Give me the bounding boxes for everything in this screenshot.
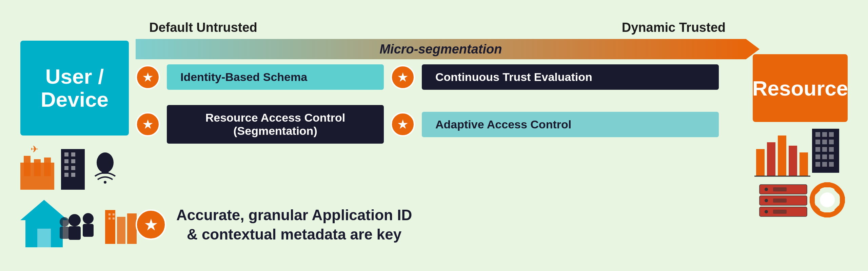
svg-rect-37 bbox=[800, 152, 808, 176]
bar-chart-icon bbox=[754, 136, 810, 176]
svg-rect-7 bbox=[71, 152, 75, 157]
svg-rect-6 bbox=[64, 152, 68, 157]
bottom-text: Accurate, granular Application ID& conte… bbox=[176, 205, 412, 244]
resource-label: Resource bbox=[752, 76, 848, 100]
svg-rect-31 bbox=[108, 217, 111, 220]
left-icons-group: ✈ bbox=[20, 142, 149, 251]
city-buildings-icon bbox=[105, 210, 137, 244]
main-container: User / Device Resource Default Untrusted… bbox=[0, 0, 868, 271]
right-icons-svg bbox=[753, 129, 848, 224]
svg-rect-19 bbox=[37, 229, 51, 247]
svg-point-20 bbox=[68, 214, 81, 226]
svg-rect-62 bbox=[815, 140, 820, 144]
svg-rect-10 bbox=[64, 166, 68, 170]
svg-rect-73 bbox=[829, 162, 834, 167]
star-badge-2: ★ bbox=[391, 65, 415, 89]
resource-box: Resource bbox=[753, 54, 848, 122]
identity-text: Identity-Based Schema bbox=[180, 70, 370, 84]
label-dynamic-trusted: Dynamic Trusted bbox=[622, 20, 726, 35]
svg-rect-35 bbox=[778, 136, 786, 176]
svg-rect-72 bbox=[822, 162, 827, 167]
svg-point-40 bbox=[765, 188, 768, 191]
factory-icon: ✈ bbox=[20, 144, 54, 190]
svg-rect-70 bbox=[829, 154, 834, 159]
svg-rect-64 bbox=[829, 140, 834, 144]
building-right-icon bbox=[812, 129, 839, 173]
svg-rect-32 bbox=[113, 217, 115, 220]
svg-rect-36 bbox=[789, 146, 797, 176]
gear-icon bbox=[810, 182, 845, 217]
people-icon bbox=[60, 213, 94, 240]
star-icon-3: ★ bbox=[142, 117, 154, 132]
star-badge-4: ★ bbox=[391, 112, 415, 137]
svg-rect-33 bbox=[756, 149, 765, 176]
svg-rect-68 bbox=[815, 154, 820, 159]
svg-rect-47 bbox=[773, 210, 787, 214]
user-device-box: User / Device bbox=[20, 41, 129, 136]
svg-rect-65 bbox=[815, 147, 820, 152]
svg-point-16 bbox=[104, 181, 106, 184]
svg-marker-17 bbox=[20, 200, 68, 220]
star-badge-3: ★ bbox=[136, 112, 160, 137]
svg-rect-71 bbox=[815, 162, 820, 167]
svg-rect-52 bbox=[810, 196, 815, 203]
svg-rect-44 bbox=[773, 199, 787, 203]
svg-rect-2 bbox=[34, 159, 41, 176]
rac-box: Resource Access Control(Segmentation) bbox=[167, 105, 384, 144]
user-device-label: User / Device bbox=[20, 65, 129, 111]
svg-rect-11 bbox=[71, 166, 75, 170]
svg-rect-1 bbox=[24, 156, 31, 176]
svg-rect-8 bbox=[64, 159, 68, 163]
trust-text: Continuous Trust Evaluation bbox=[435, 70, 705, 84]
star-icon-1: ★ bbox=[142, 70, 154, 85]
trust-box: Continuous Trust Evaluation bbox=[422, 64, 719, 90]
svg-point-49 bbox=[820, 192, 835, 207]
label-default-untrusted: Default Untrusted bbox=[149, 20, 257, 35]
svg-rect-21 bbox=[68, 226, 81, 240]
identity-box: Identity-Based Schema bbox=[167, 64, 384, 90]
svg-point-22 bbox=[83, 213, 94, 224]
adaptive-box: Adaptive Access Control bbox=[422, 112, 719, 137]
svg-rect-9 bbox=[71, 159, 75, 163]
adaptive-text: Adaptive Access Control bbox=[435, 118, 705, 131]
svg-rect-63 bbox=[822, 140, 827, 144]
svg-rect-23 bbox=[83, 224, 94, 237]
svg-rect-27 bbox=[117, 217, 125, 244]
star-icon-bottom: ★ bbox=[144, 215, 158, 234]
right-icons-group bbox=[753, 129, 848, 224]
micro-seg-arrow: Micro-segmentation bbox=[136, 37, 746, 61]
items-row2: ★ Resource Access Control(Segmentation) … bbox=[136, 105, 719, 144]
svg-rect-51 bbox=[824, 212, 831, 217]
server-stack-icon bbox=[760, 185, 807, 216]
svg-rect-61 bbox=[829, 132, 834, 137]
svg-rect-66 bbox=[822, 147, 827, 152]
rac-text: Resource Access Control(Segmentation) bbox=[180, 111, 370, 138]
svg-rect-41 bbox=[773, 187, 787, 191]
svg-rect-12 bbox=[64, 173, 68, 177]
svg-rect-50 bbox=[824, 182, 831, 187]
svg-rect-60 bbox=[822, 132, 827, 137]
micro-seg-label: Micro-segmentation bbox=[379, 42, 502, 57]
svg-rect-34 bbox=[767, 142, 775, 176]
svg-rect-30 bbox=[113, 213, 115, 215]
svg-point-43 bbox=[765, 199, 768, 202]
svg-rect-53 bbox=[840, 196, 845, 203]
svg-point-14 bbox=[97, 152, 114, 173]
star-badge-1: ★ bbox=[136, 65, 160, 89]
star-badge-bottom: ★ bbox=[136, 209, 166, 240]
svg-rect-25 bbox=[60, 227, 69, 239]
svg-rect-67 bbox=[829, 147, 834, 152]
star-icon-2: ★ bbox=[397, 70, 409, 85]
svg-rect-29 bbox=[108, 213, 111, 215]
items-row1: ★ Identity-Based Schema ★ Continuous Tru… bbox=[136, 64, 719, 90]
lightbulb-wifi-icon bbox=[95, 152, 115, 184]
arrow-bar: Micro-segmentation bbox=[136, 39, 746, 59]
building-icon bbox=[61, 149, 85, 190]
svg-rect-59 bbox=[815, 132, 820, 137]
svg-rect-13 bbox=[71, 173, 75, 177]
svg-point-46 bbox=[765, 210, 768, 213]
bottom-message: ★ Accurate, granular Application ID& con… bbox=[136, 205, 665, 244]
svg-rect-3 bbox=[44, 158, 51, 176]
svg-text:✈: ✈ bbox=[31, 144, 38, 154]
left-icons-svg: ✈ bbox=[20, 142, 149, 251]
